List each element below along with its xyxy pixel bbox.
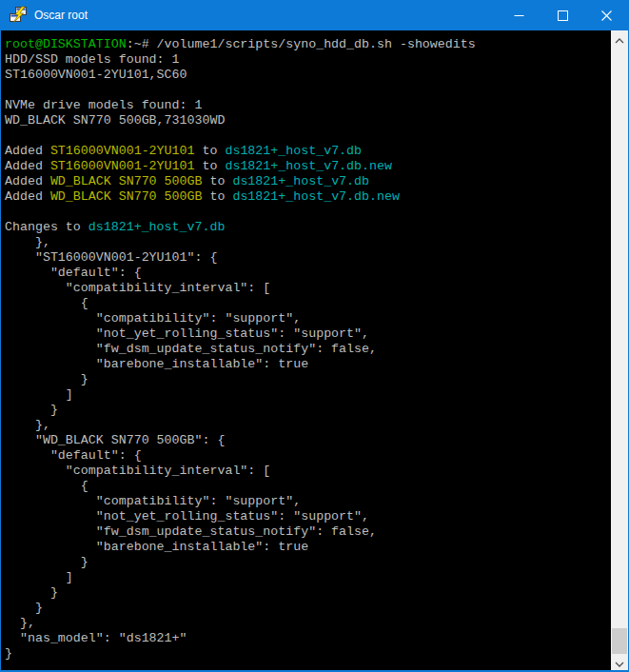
terminal-line: "fw_dsm_update_status_notify": false, bbox=[5, 524, 611, 540]
terminal-line: }, bbox=[5, 235, 611, 250]
window-controls bbox=[497, 0, 628, 30]
terminal-line: "WD_BLACK SN770 500GB": { bbox=[5, 433, 611, 448]
terminal-line: } bbox=[5, 601, 611, 616]
terminal-output[interactable]: root@DISKSTATION:~# /volume1/scripts/syn… bbox=[1, 30, 611, 670]
window-body: root@DISKSTATION:~# /volume1/scripts/syn… bbox=[1, 30, 628, 670]
putty-window: Oscar root root@DISKSTATION:~# /volume1/… bbox=[0, 0, 629, 672]
terminal-line: { bbox=[5, 479, 611, 494]
scrollbar-thumb[interactable] bbox=[612, 628, 627, 654]
terminal-line: "compatibility_interval": [ bbox=[5, 464, 611, 479]
terminal-line: Added ST16000VN001-2YU101 to ds1821+_hos… bbox=[5, 144, 611, 159]
terminal-line: Added WD_BLACK SN770 500GB to ds1821+_ho… bbox=[5, 174, 611, 189]
terminal-line: } bbox=[5, 646, 611, 662]
window-title: Oscar root bbox=[34, 9, 497, 22]
terminal-line: "ST16000VN001-2YU101": { bbox=[5, 250, 611, 266]
close-button[interactable] bbox=[584, 0, 628, 30]
terminal-line: HDD/SSD models found: 1 bbox=[5, 52, 611, 68]
terminal-line: "compatibility": "support", bbox=[5, 311, 611, 326]
scrollbar[interactable] bbox=[611, 30, 628, 670]
terminal-line: "compatibility": "support", bbox=[5, 494, 611, 509]
terminal-line bbox=[5, 83, 611, 98]
terminal-line bbox=[5, 205, 611, 220]
putty-app-icon bbox=[9, 6, 28, 25]
terminal-line: }, bbox=[5, 418, 611, 433]
maximize-button[interactable] bbox=[541, 0, 584, 30]
title-bar[interactable]: Oscar root bbox=[1, 0, 628, 30]
terminal-line: WD_BLACK SN770 500GB,731030WD bbox=[5, 113, 611, 128]
terminal-line: }, bbox=[5, 616, 611, 631]
terminal-line: "not_yet_rolling_status": "support", bbox=[5, 326, 611, 342]
scroll-down-button[interactable] bbox=[611, 654, 628, 670]
terminal-line: ST16000VN001-2YU101,SC60 bbox=[5, 68, 611, 83]
chevron-down-icon bbox=[615, 654, 624, 671]
terminal-line: } bbox=[5, 403, 611, 418]
terminal-line: ] bbox=[5, 570, 611, 585]
terminal-line: "nas_model": "ds1821+" bbox=[5, 631, 611, 646]
terminal-line: "default": { bbox=[5, 266, 611, 281]
terminal-line: } bbox=[5, 555, 611, 570]
minimize-button[interactable] bbox=[497, 0, 541, 30]
terminal-line: root@DISKSTATION:~# /volume1/scripts/syn… bbox=[5, 37, 611, 52]
terminal-line: "barebone_installable": true bbox=[5, 540, 611, 555]
terminal-line: Changes to ds1821+_host_v7.db bbox=[5, 220, 611, 235]
terminal-line: } bbox=[5, 372, 611, 387]
terminal-line: "compatibility_interval": [ bbox=[5, 281, 611, 296]
terminal-line: NVMe drive models found: 1 bbox=[5, 98, 611, 113]
chevron-up-icon bbox=[615, 30, 624, 48]
terminal-line: "not_yet_rolling_status": "support", bbox=[5, 509, 611, 524]
terminal-line: { bbox=[5, 296, 611, 311]
terminal-line: "fw_dsm_update_status_notify": false, bbox=[5, 342, 611, 357]
terminal-line: "default": { bbox=[5, 448, 611, 464]
terminal-line: "barebone_installable": true bbox=[5, 357, 611, 372]
terminal-line: Added WD_BLACK SN770 500GB to ds1821+_ho… bbox=[5, 189, 611, 205]
scroll-up-button[interactable] bbox=[611, 30, 628, 47]
terminal-line: Added ST16000VN001-2YU101 to ds1821+_hos… bbox=[5, 159, 611, 174]
terminal-line: } bbox=[5, 585, 611, 601]
terminal-line: ] bbox=[5, 387, 611, 403]
terminal-line bbox=[5, 128, 611, 144]
